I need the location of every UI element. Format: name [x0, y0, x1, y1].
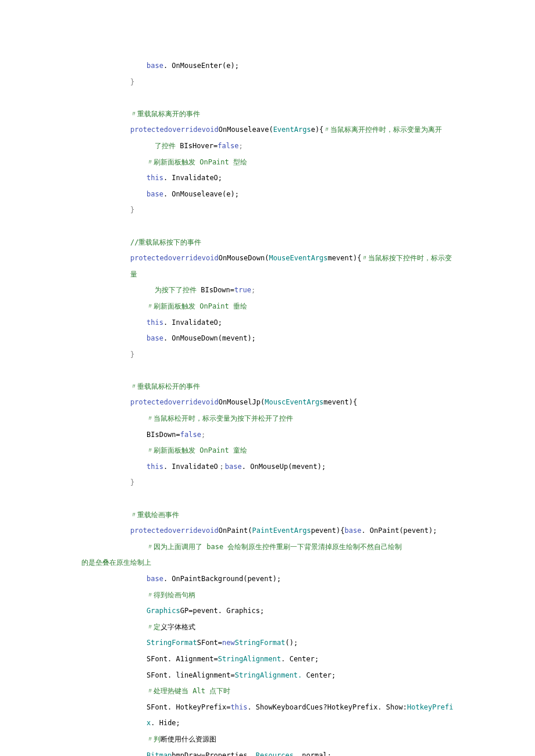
token: . Hide; [151, 719, 180, 727]
code-line [81, 218, 454, 235]
token: Graphics [147, 607, 180, 615]
code-line: 〃得到绘画句柄 [81, 587, 454, 604]
code-line: 〃当鼠标松开时，标示变量为按下并松开了控件 [81, 411, 454, 427]
token: 〃刷新面板触发 OnPaint 童绘 [147, 446, 247, 454]
token: base [344, 526, 361, 535]
code-line [81, 90, 454, 106]
code-line: 〃判断使用什么资源图 [81, 732, 454, 748]
code-line: base. OnMouseEnter(e); [81, 58, 454, 74]
token: . OnMouseEnter(e); [163, 62, 239, 70]
token: 〃得到绘画句柄 [147, 591, 195, 599]
token: this [147, 463, 163, 471]
token: OnMouseDown( [219, 254, 269, 262]
code-document: base. OnMouseEnter(e);} 〃重载鼠标离开的事件protec… [0, 0, 535, 756]
token: 〃刷新面板触发 OnPaint 型绘 [147, 158, 247, 166]
token: pevent){ [311, 526, 345, 535]
token: protectedoverridevoid [130, 398, 219, 406]
token: true [234, 286, 251, 294]
token: base [147, 190, 163, 198]
code-line: 〃刷新面板触发 OnPaint 垂绘 [81, 299, 454, 315]
token: Bitmap [147, 751, 172, 756]
token: . Center; [281, 655, 319, 663]
token: . OnMouseleave(e); [163, 190, 239, 198]
token: protectedoverridevoid [130, 254, 219, 262]
token: 〃重载鼠标离开的事件 [130, 110, 200, 118]
token: . InvalidateO； [163, 463, 225, 471]
code-line: this. InvalidateO; [81, 315, 454, 331]
code-line: SFont. HotkeyPrefix=this. ShowKeyboardCu… [81, 700, 454, 732]
token: SFont. A1ignment= [147, 655, 218, 663]
token: false [180, 431, 201, 439]
token: 了控件 [155, 142, 180, 150]
code-line: GraphicsGP=pevent. Graphics; [81, 603, 454, 619]
code-line: protectedoverridevoidOnPaint(PaintEventA… [81, 523, 454, 539]
code-line: } [81, 347, 454, 363]
token: OnPaint( [219, 526, 252, 535]
token: Resources [256, 751, 294, 756]
code-line: 〃定义字体格式 [81, 619, 454, 636]
code-line: 〃处理热键当 Alt 点下时 [81, 683, 454, 700]
token: (); [285, 639, 298, 647]
code-line: protectedoverridevoidOnMouseDown(MouseEv… [81, 250, 454, 282]
code-line: this. InvalidateO；base. OnMouseUp(mevent… [81, 459, 454, 475]
code-line: SFont. A1ignment=StringAlignment. Center… [81, 651, 454, 668]
token: mevent){ [323, 398, 357, 406]
code-line: 〃重载鼠标离开的事件 [81, 106, 454, 123]
token: . ShowKeyboardCues?HotkeyPrefix. Show: [247, 703, 407, 711]
token: StringAlignment [218, 655, 281, 663]
token: StringFormat [147, 639, 197, 647]
token: StringAlignment. [235, 671, 302, 679]
token: base [147, 575, 163, 583]
token: StringFormat [235, 639, 286, 647]
token: protectedoverridevoid [130, 526, 219, 535]
token: 〃因为上面调用了 base 会绘制原生控件重刷一下背景清掉原生绘制不然自己绘制 [147, 543, 402, 551]
token: 〃判 [147, 735, 160, 743]
code-block: base. OnMouseEnter(e);} 〃重载鼠标离开的事件protec… [81, 58, 454, 756]
token: PaintEventArgs [252, 526, 311, 535]
token: 〃处理热键当 Alt 点下时 [147, 687, 230, 695]
token: this [147, 174, 163, 182]
token: 〃定 [147, 623, 160, 631]
code-line: } [81, 475, 454, 491]
token: } [130, 350, 134, 359]
token: 断使用什么资源图 [160, 735, 216, 743]
token: base [147, 62, 163, 70]
token: protectedoverridevoid [130, 126, 219, 134]
token: 〃当鼠标松开时，标示变量为按下并松开了控件 [147, 414, 293, 422]
token: OnMouseleave( [219, 126, 273, 134]
token: BIsDown= [201, 286, 234, 294]
token: e){ [311, 126, 324, 134]
code-line: //重载鼠标按下的事件 [81, 235, 454, 251]
token: GP=pevent. Graphics; [180, 607, 265, 615]
token: ; [201, 431, 205, 439]
code-line: BitmapbmpDraw=Properties. Resources. nor… [81, 748, 454, 756]
code-line: 〃重载绘画事件 [81, 507, 454, 524]
code-line: protectedoverridevoidOnMouseleave(EventA… [81, 122, 454, 138]
code-line: this. InvalidateO; [81, 170, 454, 187]
code-line: SFont. lineAlignment=StringAlignment. Ce… [81, 668, 454, 684]
token: Center; [302, 671, 336, 679]
token: ; [251, 286, 255, 294]
token: false [217, 142, 238, 150]
token: 为按下了控件 [155, 286, 201, 294]
token: OnMouselJp( [219, 398, 265, 406]
token: . OnMouseDown(mevent); [163, 334, 256, 342]
code-line: base. OnMouseleave(e); [81, 187, 454, 203]
code-line: 了控件 BIsHover=false; [81, 138, 454, 155]
token: SFont= [197, 639, 222, 647]
code-line: 〃因为上面调用了 base 会绘制原生控件重刷一下背景清掉原生绘制不然自己绘制 [81, 539, 454, 556]
code-line: } [81, 74, 454, 91]
code-line [81, 363, 454, 379]
token: base [225, 463, 242, 471]
code-line: 〃刷新面板触发 OnPaint 童绘 [81, 443, 454, 459]
token: . OnMouseUp(mevent); [242, 463, 326, 471]
token: . OnPaint(pevent); [361, 526, 437, 535]
token: . normal; [294, 751, 331, 756]
token: 〃重载绘画事件 [130, 511, 179, 519]
token: base [147, 334, 163, 342]
token: 〃垂载鼠标松开的事件 [130, 382, 200, 390]
code-line: 〃垂载鼠标松开的事件 [81, 379, 454, 395]
code-line: StringFormatSFont=newStringFormat(); [81, 635, 454, 651]
code-line [81, 491, 454, 507]
token: BIsDown= [147, 431, 180, 439]
